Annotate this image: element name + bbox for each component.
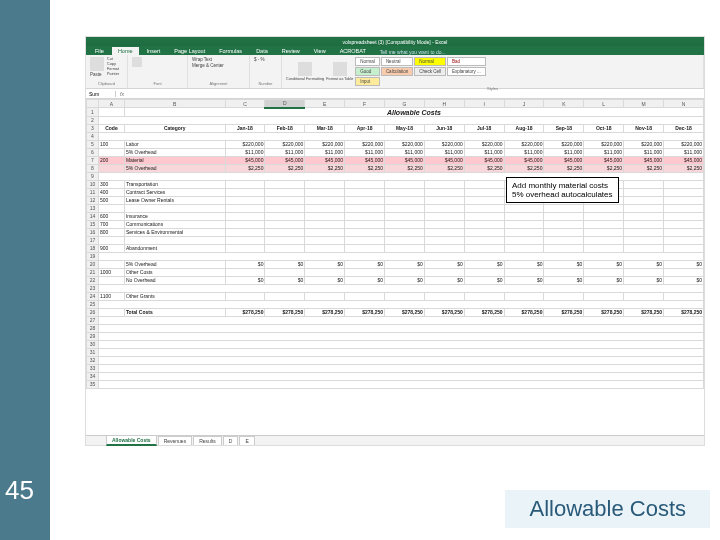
callout-line2: 5% overhead autocalculates: [512, 190, 613, 199]
style-calc[interactable]: Calculation: [381, 67, 413, 76]
sheet-tabs: Allowable Costs Revenues Results D E: [86, 435, 704, 445]
footer-title: Allowable Costs: [505, 490, 710, 528]
sheet-tab-d[interactable]: D: [223, 436, 239, 445]
paste-label: Paste: [90, 72, 104, 77]
redo-icon[interactable]: [108, 39, 114, 45]
cond-format-label: Conditional Formatting: [286, 77, 324, 81]
worksheet[interactable]: ABCDEFGHIJKLMN1Allowable Costs23CodeCate…: [86, 99, 704, 389]
save-icon[interactable]: [90, 39, 96, 45]
merge-center-button[interactable]: Merge & Center: [192, 63, 224, 68]
group-number: Number: [254, 81, 277, 86]
excel-window: volspreadsheet (3) [Compatibility Mode] …: [85, 36, 705, 446]
sheet-tab-results[interactable]: Results: [193, 436, 222, 445]
fx-label[interactable]: fx: [116, 91, 128, 97]
group-styles: Styles: [286, 86, 699, 91]
tab-formulas[interactable]: Formulas: [213, 47, 248, 55]
undo-icon[interactable]: [99, 39, 105, 45]
style-good[interactable]: Good: [355, 67, 380, 76]
format-table-label: Format as Table: [326, 77, 353, 81]
style-neutral[interactable]: Neutral: [381, 57, 413, 66]
group-font: Font: [132, 81, 183, 86]
tab-page-layout[interactable]: Page Layout: [168, 47, 211, 55]
style-highlight[interactable]: Normal: [414, 57, 446, 66]
style-normal[interactable]: Normal: [355, 57, 380, 66]
format-painter-button[interactable]: Format Painter: [107, 67, 123, 77]
font-icons[interactable]: [132, 57, 142, 67]
tab-home[interactable]: Home: [112, 47, 139, 55]
tab-file[interactable]: File: [89, 47, 110, 55]
tab-view[interactable]: View: [308, 47, 332, 55]
style-input[interactable]: Input: [355, 77, 380, 86]
sheet-tab-e[interactable]: E: [239, 436, 254, 445]
slide-sidebar: 45: [0, 0, 50, 540]
style-check[interactable]: Check Cell: [414, 67, 446, 76]
wrap-text-button[interactable]: Wrap Text: [192, 57, 212, 62]
ribbon-tabs: File Home Insert Page Layout Formulas Da…: [86, 46, 704, 55]
tab-insert[interactable]: Insert: [141, 47, 167, 55]
cond-format-icon[interactable]: [298, 62, 312, 76]
tab-review[interactable]: Review: [276, 47, 306, 55]
group-alignment: Alignment: [192, 81, 245, 86]
style-bad[interactable]: Bad: [447, 57, 486, 66]
callout-annotation: Add monthly material costs 5% overhead a…: [506, 177, 619, 203]
tab-acrobat[interactable]: ACROBAT: [334, 47, 372, 55]
sheet-tab-allowable[interactable]: Allowable Costs: [106, 435, 157, 446]
ribbon: Paste Cut Copy Format Painter Clipboard …: [86, 55, 704, 89]
window-title: volspreadsheet (3) [Compatibility Mode] …: [343, 39, 448, 45]
format-table-icon[interactable]: [333, 62, 347, 76]
sheet-tab-revenues[interactable]: Revenues: [158, 436, 193, 445]
name-box[interactable]: Sum: [86, 91, 116, 97]
slide-number: 45: [5, 475, 34, 506]
paste-icon[interactable]: [90, 57, 104, 71]
callout-line1: Add monthly material costs: [512, 181, 613, 190]
title-bar: volspreadsheet (3) [Compatibility Mode] …: [86, 37, 704, 46]
style-explan[interactable]: Explanatory ...: [447, 67, 486, 76]
tab-data[interactable]: Data: [250, 47, 274, 55]
number-format[interactable]: $ - %: [254, 57, 265, 62]
group-clipboard: Clipboard: [90, 81, 123, 86]
